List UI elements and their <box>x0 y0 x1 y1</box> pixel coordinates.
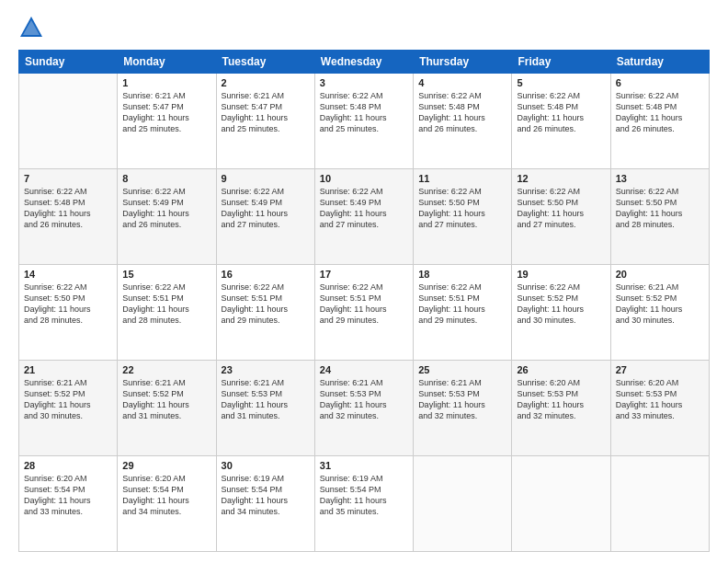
calendar-cell: 16Sunrise: 6:22 AM Sunset: 5:51 PM Dayli… <box>216 265 314 361</box>
calendar-cell: 15Sunrise: 6:22 AM Sunset: 5:51 PM Dayli… <box>118 265 216 361</box>
calendar-cell: 10Sunrise: 6:22 AM Sunset: 5:49 PM Dayli… <box>314 169 413 265</box>
day-info: Sunrise: 6:22 AM Sunset: 5:51 PM Dayligh… <box>222 282 310 327</box>
day-info: Sunrise: 6:19 AM Sunset: 5:54 PM Dayligh… <box>320 473 408 518</box>
day-number: 30 <box>222 460 310 471</box>
day-number: 1 <box>122 77 210 88</box>
calendar-cell: 11Sunrise: 6:22 AM Sunset: 5:50 PM Dayli… <box>414 169 512 265</box>
calendar-week-5: 28Sunrise: 6:20 AM Sunset: 5:54 PM Dayli… <box>19 456 710 552</box>
day-info: Sunrise: 6:22 AM Sunset: 5:50 PM Dayligh… <box>517 186 605 231</box>
calendar-cell: 17Sunrise: 6:22 AM Sunset: 5:51 PM Dayli… <box>314 265 413 361</box>
day-number: 13 <box>616 173 704 184</box>
day-number: 28 <box>24 460 112 471</box>
calendar-cell: 1Sunrise: 6:21 AM Sunset: 5:47 PM Daylig… <box>118 74 216 169</box>
calendar-page: SundayMondayTuesdayWednesdayThursdayFrid… <box>0 0 728 563</box>
calendar-cell: 26Sunrise: 6:20 AM Sunset: 5:53 PM Dayli… <box>512 361 610 456</box>
header <box>18 15 710 40</box>
calendar-cell: 28Sunrise: 6:20 AM Sunset: 5:54 PM Dayli… <box>19 456 118 552</box>
day-number: 24 <box>320 364 408 375</box>
calendar-cell: 5Sunrise: 6:22 AM Sunset: 5:48 PM Daylig… <box>512 74 610 169</box>
day-number: 12 <box>517 173 605 184</box>
day-info: Sunrise: 6:22 AM Sunset: 5:52 PM Dayligh… <box>517 282 605 327</box>
col-header-friday: Friday <box>512 51 610 74</box>
day-number: 31 <box>320 460 408 471</box>
calendar-cell: 30Sunrise: 6:19 AM Sunset: 5:54 PM Dayli… <box>216 456 314 552</box>
day-info: Sunrise: 6:21 AM Sunset: 5:53 PM Dayligh… <box>222 377 310 422</box>
calendar-cell: 23Sunrise: 6:21 AM Sunset: 5:53 PM Dayli… <box>216 361 314 456</box>
day-info: Sunrise: 6:22 AM Sunset: 5:49 PM Dayligh… <box>122 186 210 231</box>
calendar-cell: 31Sunrise: 6:19 AM Sunset: 5:54 PM Dayli… <box>314 456 413 552</box>
day-number: 20 <box>616 269 704 280</box>
calendar-table: SundayMondayTuesdayWednesdayThursdayFrid… <box>18 50 710 552</box>
day-info: Sunrise: 6:21 AM Sunset: 5:52 PM Dayligh… <box>122 377 210 422</box>
day-info: Sunrise: 6:20 AM Sunset: 5:54 PM Dayligh… <box>24 473 112 518</box>
day-number: 3 <box>320 77 408 88</box>
col-header-thursday: Thursday <box>414 51 512 74</box>
day-info: Sunrise: 6:22 AM Sunset: 5:49 PM Dayligh… <box>222 186 310 231</box>
day-info: Sunrise: 6:21 AM Sunset: 5:52 PM Dayligh… <box>616 282 704 327</box>
day-info: Sunrise: 6:22 AM Sunset: 5:49 PM Dayligh… <box>320 186 408 231</box>
day-info: Sunrise: 6:22 AM Sunset: 5:48 PM Dayligh… <box>24 186 112 231</box>
calendar-cell: 20Sunrise: 6:21 AM Sunset: 5:52 PM Dayli… <box>610 265 709 361</box>
col-header-sunday: Sunday <box>19 51 118 74</box>
day-info: Sunrise: 6:20 AM Sunset: 5:53 PM Dayligh… <box>517 377 605 422</box>
col-header-monday: Monday <box>118 51 216 74</box>
day-number: 11 <box>418 173 506 184</box>
day-number: 7 <box>24 173 112 184</box>
calendar-cell: 19Sunrise: 6:22 AM Sunset: 5:52 PM Dayli… <box>512 265 610 361</box>
calendar-cell: 18Sunrise: 6:22 AM Sunset: 5:51 PM Dayli… <box>414 265 512 361</box>
day-info: Sunrise: 6:22 AM Sunset: 5:50 PM Dayligh… <box>616 186 704 231</box>
day-number: 29 <box>122 460 210 471</box>
day-number: 15 <box>122 269 210 280</box>
day-info: Sunrise: 6:21 AM Sunset: 5:53 PM Dayligh… <box>320 377 408 422</box>
day-info: Sunrise: 6:21 AM Sunset: 5:52 PM Dayligh… <box>24 377 112 422</box>
day-info: Sunrise: 6:22 AM Sunset: 5:48 PM Dayligh… <box>320 90 408 135</box>
day-number: 14 <box>24 269 112 280</box>
day-number: 6 <box>616 77 704 88</box>
calendar-cell: 25Sunrise: 6:21 AM Sunset: 5:53 PM Dayli… <box>414 361 512 456</box>
calendar-cell: 13Sunrise: 6:22 AM Sunset: 5:50 PM Dayli… <box>610 169 709 265</box>
logo <box>18 15 48 40</box>
day-number: 21 <box>24 364 112 375</box>
day-info: Sunrise: 6:22 AM Sunset: 5:48 PM Dayligh… <box>418 90 506 135</box>
calendar-cell: 9Sunrise: 6:22 AM Sunset: 5:49 PM Daylig… <box>216 169 314 265</box>
calendar-cell: 8Sunrise: 6:22 AM Sunset: 5:49 PM Daylig… <box>118 169 216 265</box>
day-number: 8 <box>122 173 210 184</box>
calendar-week-2: 7Sunrise: 6:22 AM Sunset: 5:48 PM Daylig… <box>19 169 710 265</box>
col-header-wednesday: Wednesday <box>314 51 413 74</box>
calendar-cell: 3Sunrise: 6:22 AM Sunset: 5:48 PM Daylig… <box>314 74 413 169</box>
calendar-week-1: 1Sunrise: 6:21 AM Sunset: 5:47 PM Daylig… <box>19 74 710 169</box>
day-info: Sunrise: 6:22 AM Sunset: 5:48 PM Dayligh… <box>616 90 704 135</box>
calendar-cell: 6Sunrise: 6:22 AM Sunset: 5:48 PM Daylig… <box>610 74 709 169</box>
day-info: Sunrise: 6:22 AM Sunset: 5:51 PM Dayligh… <box>418 282 506 327</box>
calendar-week-3: 14Sunrise: 6:22 AM Sunset: 5:50 PM Dayli… <box>19 265 710 361</box>
logo-icon <box>18 15 44 40</box>
day-number: 4 <box>418 77 506 88</box>
day-info: Sunrise: 6:22 AM Sunset: 5:51 PM Dayligh… <box>122 282 210 327</box>
calendar-cell: 29Sunrise: 6:20 AM Sunset: 5:54 PM Dayli… <box>118 456 216 552</box>
day-info: Sunrise: 6:21 AM Sunset: 5:53 PM Dayligh… <box>418 377 506 422</box>
calendar-header-row: SundayMondayTuesdayWednesdayThursdayFrid… <box>19 51 710 74</box>
day-number: 9 <box>222 173 310 184</box>
calendar-cell: 7Sunrise: 6:22 AM Sunset: 5:48 PM Daylig… <box>19 169 118 265</box>
day-number: 23 <box>222 364 310 375</box>
calendar-cell: 4Sunrise: 6:22 AM Sunset: 5:48 PM Daylig… <box>414 74 512 169</box>
day-number: 10 <box>320 173 408 184</box>
calendar-cell: 21Sunrise: 6:21 AM Sunset: 5:52 PM Dayli… <box>19 361 118 456</box>
calendar-cell <box>414 456 512 552</box>
calendar-cell <box>512 456 610 552</box>
day-info: Sunrise: 6:22 AM Sunset: 5:50 PM Dayligh… <box>24 282 112 327</box>
day-info: Sunrise: 6:22 AM Sunset: 5:48 PM Dayligh… <box>517 90 605 135</box>
day-number: 22 <box>122 364 210 375</box>
calendar-week-4: 21Sunrise: 6:21 AM Sunset: 5:52 PM Dayli… <box>19 361 710 456</box>
day-number: 26 <box>517 364 605 375</box>
day-number: 19 <box>517 269 605 280</box>
day-number: 25 <box>418 364 506 375</box>
col-header-saturday: Saturday <box>610 51 709 74</box>
calendar-cell: 14Sunrise: 6:22 AM Sunset: 5:50 PM Dayli… <box>19 265 118 361</box>
day-number: 16 <box>222 269 310 280</box>
calendar-cell: 24Sunrise: 6:21 AM Sunset: 5:53 PM Dayli… <box>314 361 413 456</box>
day-number: 18 <box>418 269 506 280</box>
day-info: Sunrise: 6:22 AM Sunset: 5:50 PM Dayligh… <box>418 186 506 231</box>
day-number: 17 <box>320 269 408 280</box>
day-number: 27 <box>616 364 704 375</box>
